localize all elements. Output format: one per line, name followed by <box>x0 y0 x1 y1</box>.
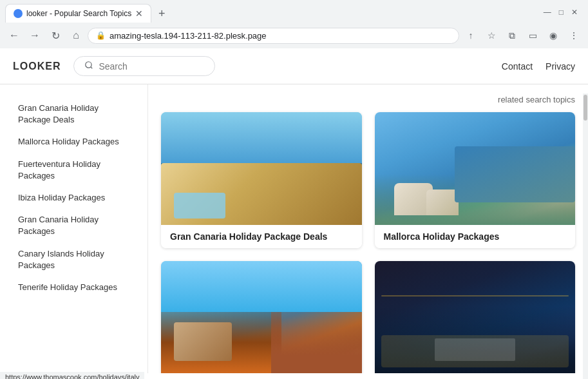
status-bar: https://www.thomascook.com/holidays/ital… <box>0 372 144 379</box>
profile-button[interactable]: ◉ <box>544 26 562 44</box>
card-image-mallorca <box>375 112 576 225</box>
content-area: related search topics Gran Canaria Holid… <box>148 84 588 373</box>
main-layout: Gran Canaria Holiday Package Deals Mallo… <box>0 84 588 373</box>
forward-button[interactable]: → <box>26 26 44 44</box>
svg-point-0 <box>86 62 91 68</box>
status-url: https://www.thomascook.com/holidays/ital… <box>5 373 139 379</box>
card-image-gran-canaria <box>161 112 362 225</box>
extension-button[interactable]: ⧉ <box>503 26 521 44</box>
sidebar-item-tenerife[interactable]: Tenerife Holiday Packages <box>10 277 137 298</box>
share-button[interactable]: ↑ <box>462 26 480 44</box>
search-bar[interactable] <box>73 56 215 76</box>
active-tab[interactable]: looker - Popular Search Topics ✕ <box>5 4 151 23</box>
refresh-button[interactable]: ↻ <box>46 26 64 44</box>
menu-button[interactable]: ⋮ <box>565 26 583 44</box>
card-canary[interactable] <box>375 261 576 373</box>
address-text: amazing-tesla.194-113-211-82.plesk.page <box>109 31 451 41</box>
related-label: related search topics <box>161 95 575 104</box>
tab-close-button[interactable]: ✕ <box>135 8 143 19</box>
sidebar-item-gran-canaria[interactable]: Gran Canaria Holiday Packages <box>10 209 137 242</box>
new-tab-button[interactable]: + <box>153 5 171 23</box>
tab-title: looker - Popular Search Topics <box>26 9 131 18</box>
tab-favicon <box>14 9 23 18</box>
search-icon <box>84 61 93 72</box>
header-links: Contact Privacy <box>502 61 575 72</box>
sidebar-item-fuerteventura[interactable]: Fuerteventura Holiday Packages <box>10 153 137 187</box>
address-bar[interactable]: 🔒 amazing-tesla.194-113-211-82.plesk.pag… <box>88 28 459 44</box>
cards-grid: Gran Canaria Holiday Package Deals Mallo… <box>161 112 575 373</box>
bookmark-button[interactable]: ☆ <box>482 26 500 44</box>
card-mallorca[interactable]: Mallorca Holiday Packages <box>375 112 576 248</box>
close-button[interactable]: ✕ <box>571 8 578 17</box>
card-madeira[interactable] <box>161 261 362 373</box>
sidebar-item-canary-islands[interactable]: Canary Islands Holiday Packages <box>10 243 137 277</box>
sidebar-item-ibiza[interactable]: Ibiza Holiday Packages <box>10 187 137 209</box>
card-label-gran-canaria-deals: Gran Canaria Holiday Package Deals <box>161 225 362 248</box>
card-image-canary <box>375 261 576 373</box>
navigation-bar: ← → ↻ ⌂ 🔒 amazing-tesla.194-113-211-82.p… <box>0 23 588 48</box>
maximize-button[interactable]: □ <box>559 8 564 17</box>
site-logo: LOOKER <box>13 61 61 72</box>
contact-link[interactable]: Contact <box>502 61 533 72</box>
search-input[interactable] <box>99 61 202 72</box>
site-header: LOOKER Contact Privacy <box>0 48 588 84</box>
card-label-mallorca: Mallorca Holiday Packages <box>375 225 576 248</box>
home-button[interactable]: ⌂ <box>67 26 85 44</box>
back-button[interactable]: ← <box>5 26 23 44</box>
page-content: LOOKER Contact Privacy Gran Canaria Holi… <box>0 48 588 379</box>
sidebar-item-gran-canaria-deals[interactable]: Gran Canaria Holiday Package Deals <box>10 97 137 131</box>
privacy-link[interactable]: Privacy <box>545 61 575 72</box>
nav-actions: ↑ ☆ ⧉ ▭ ◉ ⋮ <box>462 26 583 44</box>
card-image-madeira <box>161 261 362 373</box>
minimize-button[interactable]: — <box>544 8 551 17</box>
lock-icon: 🔒 <box>96 31 106 40</box>
sidebar-item-mallorca[interactable]: Mallorca Holiday Packages <box>10 131 137 153</box>
cast-button[interactable]: ▭ <box>524 26 542 44</box>
card-gran-canaria-deals[interactable]: Gran Canaria Holiday Package Deals <box>161 112 362 248</box>
sidebar: Gran Canaria Holiday Package Deals Mallo… <box>0 84 148 373</box>
